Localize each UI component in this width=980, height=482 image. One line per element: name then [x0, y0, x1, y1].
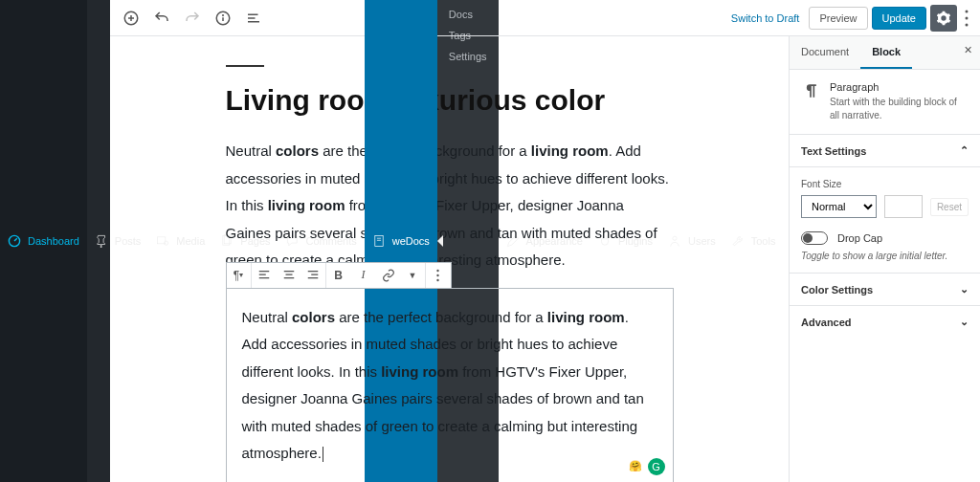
chevron-down-icon: ⌄	[960, 316, 969, 328]
block-name: Paragraph	[830, 81, 969, 93]
switch-to-draft-link[interactable]: Switch to Draft	[725, 9, 806, 28]
undo-button[interactable]	[148, 5, 175, 32]
font-size-label: Font Size	[801, 179, 969, 189]
tab-block[interactable]: Block	[860, 36, 912, 69]
editor-topbar: Switch to Draft Preview Update	[110, 0, 980, 36]
svg-point-27	[966, 23, 969, 26]
text-settings-header[interactable]: Text Settings ⌃	[790, 135, 980, 167]
svg-rect-5	[375, 235, 383, 246]
svg-point-37	[436, 269, 438, 271]
workspace: Living room luxurious color Neutral colo…	[110, 36, 980, 482]
align-center-button[interactable]	[277, 263, 301, 288]
block-type-button[interactable]: ¶▾	[227, 263, 252, 288]
svg-point-21	[223, 14, 224, 15]
svg-point-39	[436, 278, 438, 280]
dashboard-icon	[8, 234, 21, 248]
sidebar-item-label: weDocs	[392, 235, 430, 247]
svg-point-38	[436, 274, 438, 275]
block-description: Paragraph Start with the building block …	[790, 70, 980, 135]
text-settings-panel: Font Size Normal Reset Drop Cap Toggle t…	[790, 167, 980, 274]
more-formatting-button[interactable]: ▼	[401, 263, 426, 288]
font-size-reset[interactable]: Reset	[930, 198, 969, 216]
redo-button[interactable]	[179, 5, 206, 32]
block-desc: Start with the building block of all nar…	[830, 96, 969, 122]
drop-cap-toggle[interactable]	[801, 231, 828, 245]
editor-canvas[interactable]: Living room luxurious color Neutral colo…	[110, 36, 789, 482]
align-left-button[interactable]	[252, 263, 277, 288]
add-block-button[interactable]	[118, 5, 145, 32]
font-size-input[interactable]	[884, 195, 923, 218]
main: Switch to Draft Preview Update Living ro…	[110, 0, 980, 482]
drop-cap-label: Drop Cap	[837, 232, 882, 244]
drop-cap-hint: Toggle to show a large initial letter.	[801, 251, 969, 261]
post-title[interactable]: Living room luxurious color	[226, 84, 674, 117]
svg-point-25	[966, 10, 969, 12]
paragraph-icon	[801, 81, 820, 100]
sidebar-item-label: Dashboard	[28, 235, 79, 247]
italic-button[interactable]: I	[351, 263, 376, 288]
block-more-button[interactable]	[426, 263, 451, 288]
grammarly-icon[interactable]: G	[648, 458, 665, 475]
separator-block[interactable]	[226, 65, 264, 67]
link-button[interactable]	[376, 263, 401, 288]
pin-icon	[95, 234, 108, 248]
sidebar-item-dashboard[interactable]: Dashboard	[0, 0, 87, 482]
svg-point-26	[966, 16, 969, 19]
tab-document[interactable]: Document	[790, 36, 860, 69]
settings-toggle-button[interactable]	[930, 5, 957, 32]
chevron-up-icon: ⌃	[960, 144, 969, 157]
outline-button[interactable]	[240, 5, 267, 32]
align-right-button[interactable]	[301, 263, 326, 288]
info-button[interactable]	[210, 5, 236, 32]
admin-sidebar: Dashboard Posts Media Pages Comments weD…	[0, 0, 110, 482]
more-menu-button[interactable]	[961, 10, 972, 27]
font-size-select[interactable]: Normal	[801, 195, 877, 218]
text-cursor	[323, 447, 323, 462]
emoji-indicator: 🤗	[627, 458, 644, 475]
bold-button[interactable]: B	[326, 263, 351, 288]
preview-button[interactable]: Preview	[809, 7, 867, 30]
doc-icon	[372, 234, 386, 248]
block-toolbar: ¶▾ B I ▼	[226, 262, 452, 289]
settings-sidebar: Document Block ✕ Paragraph Start with th…	[789, 36, 980, 482]
selected-paragraph-block[interactable]: ¶▾ B I ▼ Neutral colors are the perfect …	[226, 288, 674, 483]
color-settings-header[interactable]: Color Settings ⌄	[790, 274, 980, 306]
close-sidebar-button[interactable]: ✕	[964, 44, 972, 56]
sidebar-tabs: Document Block ✕	[790, 36, 980, 70]
chevron-down-icon: ⌄	[960, 283, 969, 296]
advanced-header[interactable]: Advanced ⌄	[790, 306, 980, 338]
update-button[interactable]: Update	[872, 7, 926, 30]
paragraph-block[interactable]: Neutral colors are the perfect backgroun…	[226, 138, 674, 274]
